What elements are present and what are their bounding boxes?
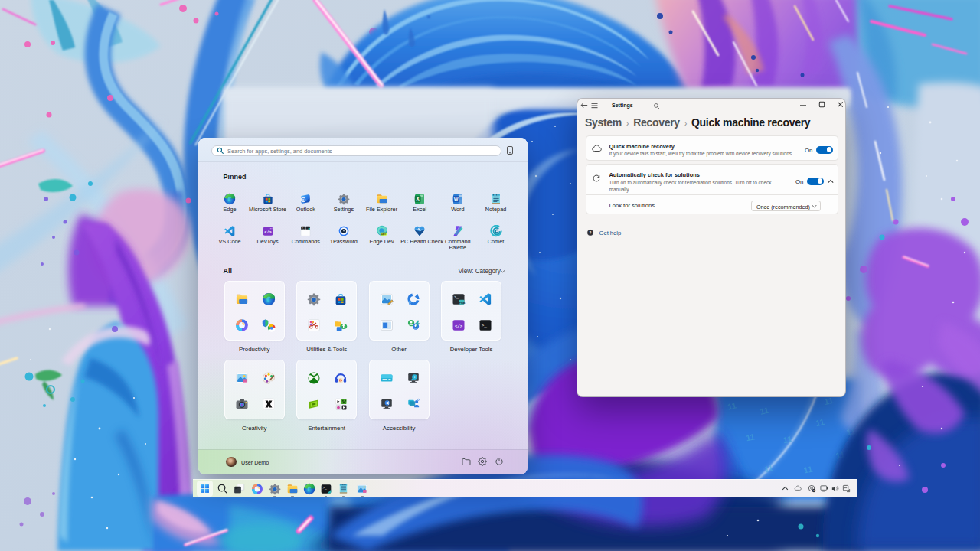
svg-text:×: × — [813, 489, 815, 492]
svg-text:PRE: PRE — [459, 301, 466, 304]
svg-text:>_: >_ — [454, 295, 459, 299]
svg-text:11: 11 — [815, 417, 825, 428]
svg-text:11: 11 — [759, 406, 769, 416]
svg-text:11: 11 — [803, 465, 814, 475]
svg-text:</>: </> — [264, 230, 272, 235]
svg-text:11: 11 — [782, 434, 793, 445]
svg-text:+: + — [413, 375, 416, 380]
svg-text:11: 11 — [745, 432, 756, 442]
svg-text:11: 11 — [823, 396, 834, 406]
svg-text:?: ? — [590, 230, 592, 234]
svg-text:>_: >_ — [482, 323, 488, 328]
svg-text:>_: >_ — [302, 227, 305, 230]
svg-text:W: W — [454, 197, 459, 201]
svg-text:DEV: DEV — [381, 233, 386, 236]
svg-text:11: 11 — [727, 400, 737, 411]
svg-text:</>: </> — [455, 324, 463, 329]
svg-text:11: 11 — [763, 463, 774, 474]
svg-text:>_: >_ — [322, 486, 327, 490]
